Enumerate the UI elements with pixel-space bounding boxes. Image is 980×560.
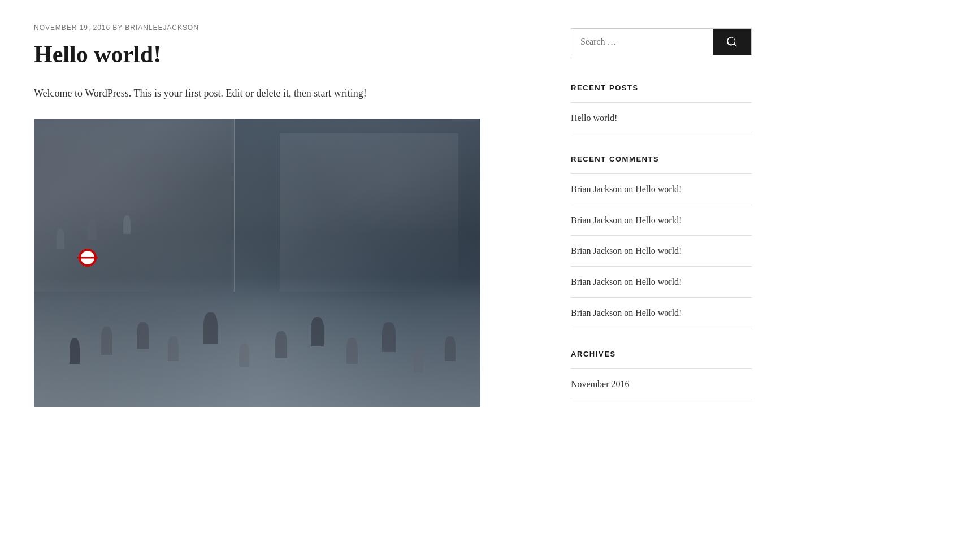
crowd-figure (168, 336, 179, 361)
comment-post-link[interactable]: Hello world! (635, 277, 682, 286)
search-icon (725, 35, 739, 49)
comment-item: Brian Jackson on Hello world! (571, 244, 752, 258)
crowd-figure (203, 312, 218, 344)
list-item: Brian Jackson on Hello world! (571, 174, 752, 205)
recent-comments-list: Brian Jackson on Hello world!Brian Jacks… (571, 174, 752, 328)
recent-comments-title: Recent Comments (571, 154, 752, 174)
post-featured-image (34, 119, 480, 407)
crowd-figure (346, 338, 358, 364)
comment-item: Brian Jackson on Hello world! (571, 306, 752, 320)
comment-item: Brian Jackson on Hello world! (571, 275, 752, 289)
search-widget (571, 28, 752, 55)
main-content: November 19, 2016 by BrianLeeJackson Hel… (34, 23, 526, 420)
sidebar: Recent Posts Hello world! Recent Comment… (571, 23, 752, 420)
crowd-figure (101, 327, 112, 355)
comment-on-text: on (622, 215, 635, 225)
crowd-figure (70, 338, 80, 364)
recent-posts-list: Hello world! (571, 103, 752, 134)
comment-author-link[interactable]: Brian Jackson (571, 215, 622, 225)
archives-list: November 2016 (571, 369, 752, 400)
comment-on-text: on (622, 246, 635, 255)
list-item: Brian Jackson on Hello world! (571, 205, 752, 236)
crowd-figure (414, 349, 423, 372)
comment-author-link[interactable]: Brian Jackson (571, 308, 622, 318)
crowd-figure (445, 336, 456, 361)
list-item: November 2016 (571, 369, 752, 400)
post-meta: November 19, 2016 by BrianLeeJackson (34, 23, 526, 33)
comment-item: Brian Jackson on Hello world! (571, 213, 752, 228)
comment-author-link[interactable]: Brian Jackson (571, 184, 622, 194)
comment-item: Brian Jackson on Hello world! (571, 182, 752, 197)
crowd-figure (137, 322, 149, 349)
recent-post-link[interactable]: Hello world! (571, 113, 617, 123)
list-item: Brian Jackson on Hello world! (571, 267, 752, 298)
search-button[interactable] (713, 29, 751, 55)
recent-comments-section: Recent Comments Brian Jackson on Hello w… (571, 154, 752, 328)
archives-title: Archives (571, 349, 752, 369)
crowd-figure (239, 343, 249, 367)
crowd-figure-upper (88, 219, 96, 240)
comment-on-text: on (622, 184, 635, 194)
comment-author-link[interactable]: Brian Jackson (571, 277, 622, 286)
post-body: Welcome to WordPress. This is your first… (34, 85, 526, 102)
crowd-figure-upper (123, 215, 131, 234)
comment-on-text: on (622, 277, 635, 286)
post-title: Hello world! (34, 40, 526, 68)
comment-post-link[interactable]: Hello world! (635, 215, 682, 225)
archive-link[interactable]: November 2016 (571, 379, 630, 389)
tube-sign-decoration (79, 249, 97, 267)
comment-post-link[interactable]: Hello world! (635, 184, 682, 194)
comment-on-text: on (622, 308, 635, 318)
crowd-figure-upper (57, 229, 64, 249)
crowd-figure (311, 317, 324, 346)
list-item: Brian Jackson on Hello world! (571, 236, 752, 267)
archives-section: Archives November 2016 (571, 349, 752, 400)
search-input[interactable] (571, 29, 713, 55)
comment-post-link[interactable]: Hello world! (635, 246, 682, 255)
comment-author-link[interactable]: Brian Jackson (571, 246, 622, 255)
crowd-figure (275, 331, 287, 358)
list-item: Hello world! (571, 103, 752, 134)
crowd-figure (382, 322, 396, 352)
comment-post-link[interactable]: Hello world! (635, 308, 682, 318)
list-item: Brian Jackson on Hello world! (571, 298, 752, 329)
recent-posts-title: Recent Posts (571, 83, 752, 103)
page-wrapper: November 19, 2016 by BrianLeeJackson Hel… (0, 0, 980, 443)
recent-posts-section: Recent Posts Hello world! (571, 83, 752, 133)
